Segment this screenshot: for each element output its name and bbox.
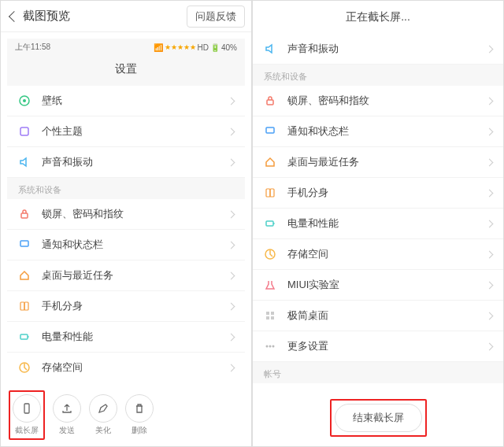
svg-rect-15 (266, 221, 273, 226)
tool-label: 发送 (59, 425, 75, 436)
tool-label: 删除 (132, 425, 147, 436)
setting-row-notify[interactable]: 通知和状态栏 (7, 230, 245, 260)
edit-icon (89, 394, 117, 423)
setting-row-storage[interactable]: 存储空间 (253, 239, 503, 270)
notify-icon (264, 125, 276, 138)
chevron-right-icon (486, 127, 494, 135)
stars-icon: ★★★★★ (165, 43, 196, 51)
svg-rect-3 (21, 213, 28, 218)
setting-label: 桌面与最近任务 (287, 155, 487, 169)
dual-icon (264, 187, 276, 199)
svg-rect-20 (266, 316, 269, 320)
chevron-right-icon (486, 281, 494, 289)
signal-icon: 📶 (154, 43, 163, 52)
setting-label: 桌面与最近任务 (42, 268, 228, 283)
tool-edit-button[interactable]: 美化 (89, 394, 117, 436)
setting-label: 手机分身 (42, 299, 228, 313)
chevron-right-icon (228, 127, 235, 135)
svg-rect-2 (20, 127, 28, 135)
preview-title: 截图预览 (23, 9, 187, 24)
right-system-group: 锁屏、密码和指纹 通知和状态栏 桌面与最近任务 手机分身 电量和性能 存储空间 … (253, 86, 503, 362)
simple-icon (264, 309, 276, 322)
system-group: 锁屏、密码和指纹 通知和状态栏 桌面与最近任务 手机分身 电量和性能 存储空间 … (7, 199, 245, 381)
chevron-right-icon (228, 241, 235, 249)
setting-row-dual[interactable]: 手机分身 (7, 291, 245, 322)
theme-icon (18, 125, 31, 138)
tool-share-button[interactable]: 发送 (53, 394, 81, 436)
svg-rect-6 (24, 302, 28, 310)
svg-rect-5 (20, 302, 24, 310)
preview-body: 上午11:58 📶 ★★★★★ HD 🔋 40% 设置 壁纸 个性主题 声音和振… (1, 32, 251, 384)
setting-label: 电量和性能 (42, 330, 228, 344)
setting-row-more[interactable]: 更多设置 (253, 331, 503, 362)
svg-rect-8 (28, 336, 29, 338)
setting-row-theme[interactable]: 个性主题 (7, 116, 245, 147)
setting-row-mi[interactable]: MI 小米帐号 (253, 383, 503, 390)
storage-icon (18, 361, 31, 374)
setting-row-battery[interactable]: 电量和性能 (7, 322, 245, 353)
lock-icon (264, 94, 276, 107)
chevron-right-icon (486, 220, 494, 227)
chevron-right-icon (486, 189, 494, 197)
setting-row-wallpaper[interactable]: 壁纸 (7, 86, 245, 116)
right-section-system: 系统和设备 (253, 65, 503, 86)
chevron-right-icon (486, 250, 494, 258)
chevron-right-icon (228, 302, 235, 310)
chevron-right-icon (486, 45, 494, 53)
chevron-right-icon (486, 312, 494, 320)
home-icon (18, 269, 31, 282)
status-bar: 上午11:58 📶 ★★★★★ HD 🔋 40% (7, 39, 245, 56)
svg-rect-4 (20, 241, 28, 246)
long-icon (13, 394, 41, 423)
svg-point-1 (23, 99, 26, 102)
setting-row-sound[interactable]: 声音和振动 (253, 34, 503, 65)
chevron-right-icon (228, 210, 235, 218)
setting-label: 锁屏、密码和指纹 (42, 207, 228, 221)
setting-label: 通知和状态栏 (287, 124, 487, 139)
setting-row-dual[interactable]: 手机分身 (253, 178, 503, 209)
long-screenshot-pane: 正在截长屏... 声音和振动 系统和设备 锁屏、密码和指纹 通知和状态栏 桌面与… (252, 0, 504, 447)
setting-row-lab[interactable]: MIUI实验室 (253, 270, 503, 301)
setting-label: 存储空间 (287, 247, 487, 261)
setting-row-simple[interactable]: 极简桌面 (253, 301, 503, 331)
setting-row-home[interactable]: 桌面与最近任务 (7, 260, 245, 291)
svg-rect-21 (271, 316, 274, 320)
setting-row-notify[interactable]: 通知和状态栏 (253, 116, 503, 147)
delete-icon (125, 394, 154, 423)
lock-icon (18, 208, 31, 220)
sound-icon (18, 156, 31, 168)
setting-row-lock[interactable]: 锁屏、密码和指纹 (253, 86, 503, 116)
right-account-group: MI 小米帐号 (253, 383, 503, 390)
svg-rect-14 (270, 189, 274, 197)
tool-long-button[interactable]: 截长屏 (13, 394, 41, 436)
setting-label: 更多设置 (287, 339, 487, 353)
setting-row-lock[interactable]: 锁屏、密码和指纹 (7, 199, 245, 230)
dual-icon (18, 300, 31, 312)
setting-label: 通知和状态栏 (42, 238, 228, 252)
feedback-button[interactable]: 问题反馈 (187, 6, 245, 28)
phone-frame: 上午11:58 📶 ★★★★★ HD 🔋 40% 设置 壁纸 个性主题 声音和振… (7, 39, 245, 381)
battery-icon (264, 217, 276, 230)
setting-label: 壁纸 (42, 94, 228, 108)
status-right: 📶 ★★★★★ HD 🔋 40% (154, 43, 237, 52)
finish-highlight: 结束截长屏 (330, 399, 427, 437)
right-top-group: 声音和振动 (253, 34, 503, 65)
chevron-right-icon (486, 97, 494, 105)
setting-label: 锁屏、密码和指纹 (287, 94, 487, 108)
back-icon[interactable] (9, 10, 20, 21)
setting-row-storage[interactable]: 存储空间 (7, 353, 245, 381)
screenshot-preview-pane: 截图预览 问题反馈 上午11:58 📶 ★★★★★ HD 🔋 40% 设置 壁纸… (0, 0, 252, 447)
setting-row-sound[interactable]: 声音和振动 (7, 147, 245, 178)
chevron-right-icon (228, 272, 235, 279)
svg-rect-13 (266, 189, 270, 197)
setting-row-home[interactable]: 桌面与最近任务 (253, 147, 503, 178)
setting-row-battery[interactable]: 电量和性能 (253, 209, 503, 239)
finish-long-screenshot-button[interactable]: 结束截长屏 (335, 404, 422, 432)
svg-rect-16 (273, 223, 275, 224)
tool-label: 美化 (95, 425, 111, 436)
chevron-right-icon (228, 364, 235, 371)
svg-rect-10 (24, 404, 29, 413)
setting-label: 存储空间 (42, 360, 228, 375)
setting-label: 手机分身 (287, 186, 487, 200)
tool-delete-button[interactable]: 删除 (125, 394, 154, 436)
